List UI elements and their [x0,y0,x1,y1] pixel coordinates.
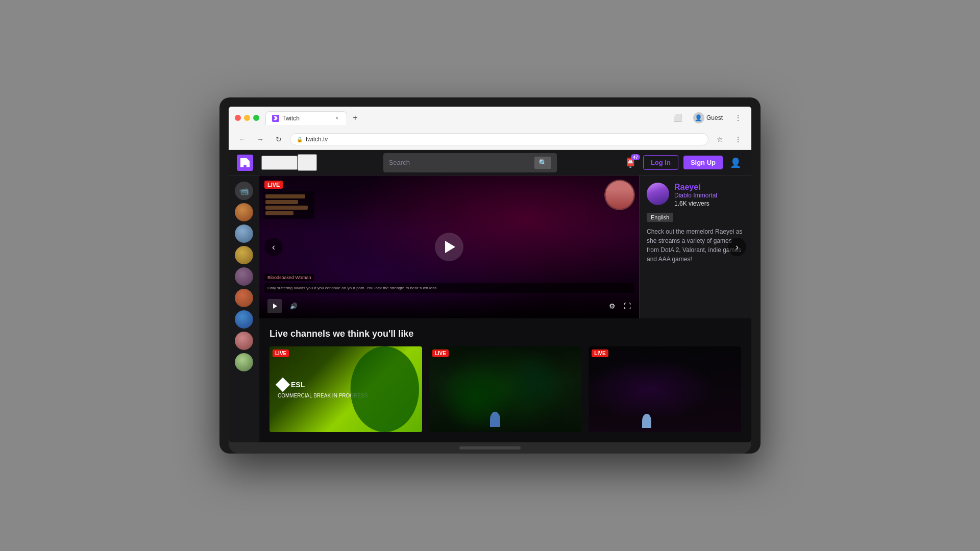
streamer-avatar [647,183,669,205]
browser-tab-twitch[interactable]: Twitch × [265,111,347,125]
address-bar[interactable]: 🔒 twitch.tv [290,133,708,145]
login-button[interactable]: Log In [643,155,678,170]
twitch-logo[interactable] [237,155,253,171]
volume-button[interactable] [288,302,300,311]
user-profile-button[interactable]: 👤 Guest [689,111,727,124]
channel-card-esl[interactable]: ESL COMMERCIAL BREAK IN PROGRESS LIVE [270,346,422,432]
esl-diamond-icon [276,378,290,392]
sidebar-avatar-7[interactable] [235,332,253,350]
fullscreen-button[interactable] [622,301,633,311]
left-sidebar: 📹 [229,176,259,442]
lock-icon: 🔒 [297,137,303,142]
guest-avatar: 👤 [693,112,704,123]
live-badge: LIVE [264,181,283,189]
sidebar-avatar-6[interactable] [235,310,253,329]
browser-toolbar-right: ⬜ 👤 Guest ⋮ [671,111,745,125]
live-channels-section: Live channels we think you'll like ESL [270,318,741,442]
main-content: ‹ [259,176,751,442]
tab-overview-button[interactable]: ⬜ [671,111,685,125]
url-text: twitch.tv [306,136,328,143]
carousel-next-button[interactable]: › [728,238,746,256]
channels-grid: ESL COMMERCIAL BREAK IN PROGRESS LIVE [270,346,741,432]
sidebar-avatar-4[interactable] [235,267,253,286]
notifications-button[interactable]: 📮 47 [623,155,638,170]
video-player[interactable]: Bloodsoaked Woman Only suffering awaits … [259,176,639,318]
tab-title: Twitch [282,115,300,122]
channel-3-live-badge: LIVE [592,349,608,357]
window-controls [235,115,259,121]
sidebar-avatar-1[interactable] [235,203,253,221]
reload-button[interactable]: ↻ [272,132,286,146]
section-title: Live channels we think you'll like [270,329,741,339]
streamer-name[interactable]: Raeyei [674,183,717,192]
sidebar-avatar-2[interactable] [235,224,253,243]
user-menu-button[interactable]: 👤 [728,155,743,170]
tab-favicon-twitch [272,115,279,122]
play-button-overlay[interactable] [435,233,463,261]
browser-menu-button[interactable]: ⋮ [731,132,745,146]
sidebar-avatar-5[interactable] [235,289,253,307]
sidebar-avatar-8[interactable] [235,353,253,371]
browse-button[interactable]: Browse [261,156,298,170]
bookmark-button[interactable]: ☆ [713,132,727,146]
video-controls [259,294,639,318]
twitch-navbar: Browse ••• 🔍 📮 47 Log In Sign Up 👤 [229,150,751,176]
signup-button[interactable]: Sign Up [683,156,723,169]
streamer-game[interactable]: Diablo Immortal [674,192,717,199]
play-pause-button[interactable] [265,298,284,314]
sidebar-video-icon[interactable]: 📹 [235,182,253,200]
tab-close-button[interactable]: × [333,115,340,122]
esl-silhouette [330,346,422,432]
channel-2-live-badge: LIVE [432,349,449,357]
forward-button[interactable]: → [253,132,267,146]
notification-badge: 47 [631,154,640,160]
minimize-window-button[interactable] [244,115,250,121]
close-window-button[interactable] [235,115,241,121]
viewer-count: 1.6K viewers [674,200,717,207]
channel-card-dota2[interactable]: LIVE [589,346,741,432]
nav-right: 📮 47 Log In Sign Up 👤 [623,155,743,170]
channel-1-live-badge: LIVE [273,349,289,357]
more-options-button[interactable]: ••• [298,154,317,171]
search-input[interactable] [389,159,530,166]
esl-brand-label: ESL [291,381,305,389]
sidebar-avatar-3[interactable] [235,246,253,264]
guest-label: Guest [706,114,723,121]
maximize-window-button[interactable] [253,115,259,121]
back-button[interactable]: ← [235,132,249,146]
carousel-prev-button[interactable]: ‹ [264,238,283,256]
search-submit-button[interactable]: 🔍 [534,157,551,169]
featured-section: ‹ [259,176,751,318]
tab-bar: Twitch × + [265,111,665,125]
language-badge: English [647,213,673,222]
new-tab-button[interactable]: + [349,112,361,124]
featured-card: Bloodsoaked Woman Only suffering awaits … [259,176,751,318]
settings-button[interactable] [607,301,618,311]
channel-card-dota1[interactable]: LIVE [429,346,582,432]
browser-more-button[interactable]: ⋮ [731,111,745,125]
search-bar: 🔍 [383,153,557,172]
